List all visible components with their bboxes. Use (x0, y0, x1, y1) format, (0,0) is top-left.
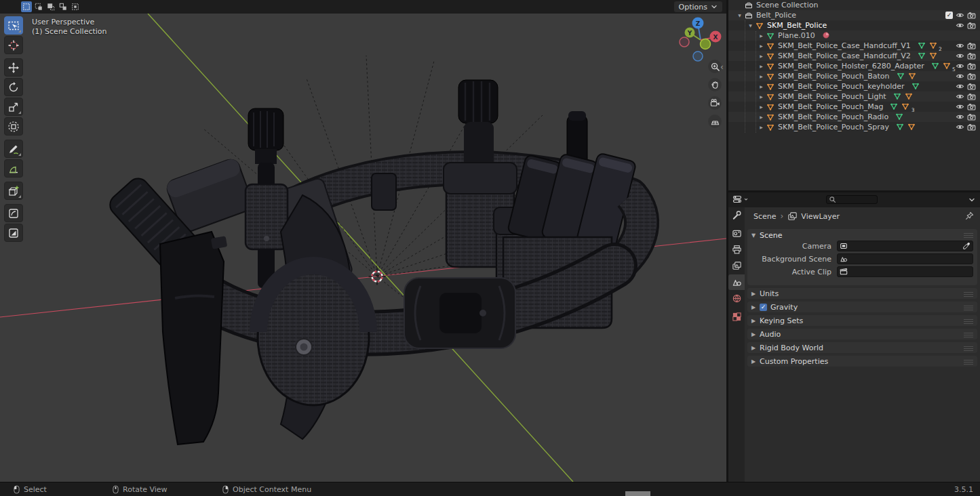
select-mode-intersect-button[interactable] (70, 1, 81, 12)
outliner-item-label[interactable]: Plane.010 (778, 31, 815, 40)
outliner-row[interactable]: ▶SKM_Belt_Police_Pouch_keyholder (728, 81, 980, 91)
disable-render-toggle-icon[interactable] (967, 51, 976, 60)
measure-tool-button[interactable] (4, 159, 23, 178)
gizmo-axis-x[interactable]: X (710, 31, 722, 43)
gizmo-axis-x-neg[interactable] (680, 37, 689, 47)
breadcrumb-scene[interactable]: Scene (753, 212, 777, 221)
tab-view-layer[interactable] (728, 258, 745, 274)
disclosure-triangle-icon[interactable]: ▶ (757, 94, 766, 99)
nav-camera-button[interactable] (708, 96, 722, 110)
eyedropper-icon[interactable] (962, 242, 971, 250)
hide-viewport-toggle-icon[interactable] (956, 11, 964, 20)
outliner-row[interactable]: ▶SKM_Belt_Police_Case_Handcuff_V12 (728, 41, 980, 51)
gizmo-axis-y[interactable]: Y (685, 28, 695, 38)
panel-grip[interactable] (964, 319, 973, 324)
hide-viewport-toggle-icon[interactable] (956, 112, 964, 121)
gizmo-axis-z-neg[interactable] (693, 51, 703, 61)
disable-render-toggle-icon[interactable] (967, 41, 976, 50)
select-mode-extend-button[interactable] (33, 1, 44, 12)
tab-texture[interactable] (728, 309, 745, 325)
outliner-row[interactable]: ▼Belt_Police✓ (728, 10, 980, 20)
cursor-tool-button[interactable] (4, 36, 23, 54)
tab-world[interactable] (728, 291, 745, 306)
viewport-3d[interactable]: User Perspective (1) Scene Collection Z … (0, 14, 726, 482)
panel-grip[interactable] (964, 333, 973, 337)
tab-tool[interactable] (728, 207, 745, 223)
outliner-row[interactable]: Scene Collection (728, 0, 980, 10)
extra-tool-2-tool-button[interactable] (4, 224, 23, 242)
rotate-tool-button[interactable] (4, 78, 23, 96)
outliner-item-label[interactable]: Belt_Police (756, 11, 796, 20)
select-mode-subtract-button[interactable] (45, 1, 56, 12)
outliner-row[interactable]: ▼SKM_Belt_Police (728, 20, 980, 30)
move-tool-button[interactable] (4, 58, 23, 77)
nav-grid-button[interactable] (708, 115, 722, 128)
search-input[interactable] (838, 196, 876, 203)
section-audio[interactable]: ▶Audio (747, 329, 977, 339)
disclosure-triangle-icon[interactable]: ▶ (757, 115, 766, 119)
add-cube-tool-button[interactable] (4, 182, 23, 200)
disclosure-triangle-icon[interactable]: ▼ (746, 23, 755, 28)
nav-zoom-button[interactable] (708, 60, 722, 73)
hide-viewport-toggle-icon[interactable] (956, 92, 964, 101)
disclosure-triangle-icon[interactable]: ▶ (757, 43, 766, 48)
transform-tool-button[interactable] (4, 117, 23, 136)
hide-viewport-toggle-icon[interactable] (956, 21, 964, 30)
sidebar-collapse-icon[interactable]: ‹ (720, 62, 724, 72)
outliner-item-label[interactable]: SKM_Belt_Police (767, 21, 827, 30)
disable-render-toggle-icon[interactable] (967, 123, 976, 131)
select-mode-set-button[interactable] (21, 1, 32, 12)
hide-viewport-toggle-icon[interactable] (956, 62, 964, 70)
outliner-item-label[interactable]: SKM_Belt_Police_Pouch_Light (778, 92, 886, 101)
disable-render-toggle-icon[interactable] (967, 62, 976, 70)
hide-viewport-toggle-icon[interactable] (956, 41, 964, 50)
section-units[interactable]: ▶Units (747, 288, 977, 299)
disable-render-toggle-icon[interactable] (967, 72, 976, 81)
panel-grip[interactable] (964, 306, 973, 310)
disclosure-triangle-icon[interactable]: ▶ (757, 84, 766, 89)
active-clip-field[interactable] (837, 266, 973, 277)
hide-viewport-toggle-icon[interactable] (956, 82, 964, 91)
disable-render-toggle-icon[interactable] (967, 21, 976, 30)
panel-grip[interactable] (964, 292, 973, 297)
tab-scene[interactable] (728, 274, 745, 290)
disable-render-toggle-icon[interactable] (967, 11, 976, 20)
properties-search[interactable] (826, 195, 878, 204)
disable-render-toggle-icon[interactable] (967, 92, 976, 101)
outliner-item-label[interactable]: SKM_Belt_Police_Case_Handcuff_V2 (778, 51, 911, 60)
panel-grip[interactable] (964, 233, 973, 238)
outliner-row[interactable]: ▶Plane.010 (728, 30, 980, 41)
nav-pan-button[interactable] (708, 78, 722, 91)
disclosure-triangle-icon[interactable]: ▼ (735, 13, 744, 18)
camera-field[interactable] (837, 241, 973, 251)
disable-render-toggle-icon[interactable] (967, 112, 976, 121)
annotate-tool-button[interactable] (4, 140, 23, 158)
section-gravity[interactable]: ▶✓Gravity (747, 302, 977, 312)
editor-type-button[interactable] (732, 194, 749, 204)
hide-viewport-toggle-icon[interactable] (956, 51, 964, 60)
chevron-down-icon[interactable] (968, 197, 975, 203)
outliner-item-label[interactable]: SKM_Belt_Police_Holster_6280_Adapter (778, 62, 924, 70)
disclosure-triangle-icon[interactable]: ▶ (757, 74, 766, 79)
outliner-row[interactable]: ▶SKM_Belt_Police_Pouch_Baton (728, 71, 980, 81)
pin-icon[interactable] (965, 211, 974, 220)
outliner-item-label[interactable]: Scene Collection (756, 1, 818, 9)
outliner-item-label[interactable]: SKM_Belt_Police_Pouch_Radio (778, 112, 888, 121)
section-custom-properties[interactable]: ▶Custom Properties (747, 356, 977, 367)
outliner-item-label[interactable]: SKM_Belt_Police_Pouch_Baton (778, 72, 890, 81)
disclosure-triangle-icon[interactable]: ▶ (757, 54, 766, 58)
hide-viewport-toggle-icon[interactable] (956, 102, 964, 111)
extra-tool-1-tool-button[interactable] (4, 204, 23, 222)
panel-grip[interactable] (964, 360, 973, 365)
select-mode-invert-button[interactable] (58, 1, 68, 12)
outliner-row[interactable]: ▶SKM_Belt_Police_Pouch_Mag3 (728, 102, 980, 112)
outliner-row[interactable]: ▶SKM_Belt_Police_Case_Handcuff_V2 (728, 51, 980, 61)
background-scene-field[interactable] (837, 253, 973, 264)
disable-render-toggle-icon[interactable] (967, 102, 976, 111)
outliner-item-label[interactable]: SKM_Belt_Police_Pouch_Spray (778, 123, 889, 131)
hide-viewport-toggle-icon[interactable] (956, 123, 964, 131)
outliner-item-label[interactable]: SKM_Belt_Police_Case_Handcuff_V1 (778, 41, 911, 50)
disclosure-triangle-icon[interactable]: ▶ (757, 64, 766, 68)
breadcrumb-viewlayer[interactable]: ViewLayer (801, 212, 840, 221)
scale-tool-button[interactable] (4, 98, 23, 116)
